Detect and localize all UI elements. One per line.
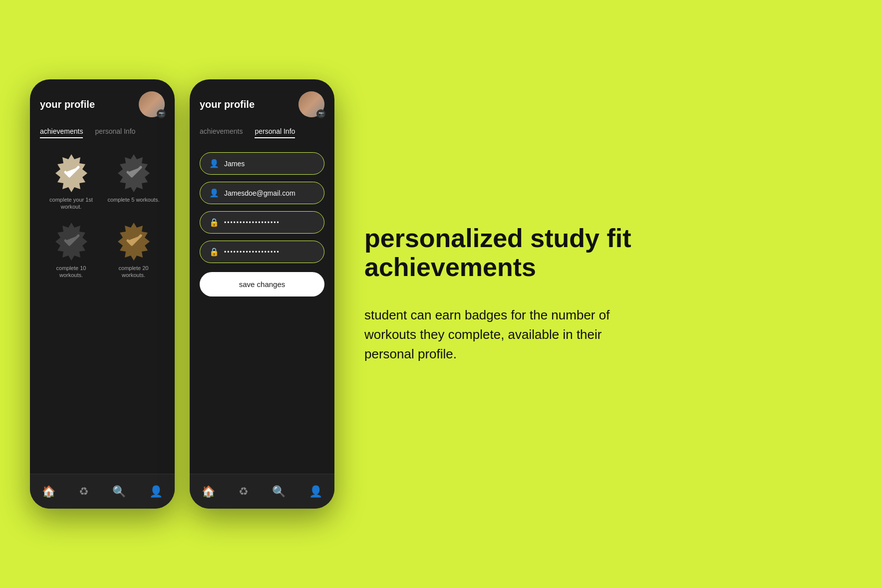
- achievement-3: complete 10 workouts.: [45, 221, 97, 279]
- text-section: personalized study fit achievements stud…: [364, 224, 644, 363]
- person-icon: 👤: [209, 159, 219, 168]
- phone1-tabs: achievements personal Info: [40, 127, 165, 138]
- phones-container: your profile 📷 achievements personal Inf…: [30, 79, 334, 509]
- lock-icon-2: 🔒: [209, 247, 219, 257]
- tab-achievements[interactable]: achievements: [40, 127, 83, 138]
- badge-20-workouts: [114, 221, 154, 261]
- achievement-4: complete 20 workouts.: [107, 221, 160, 279]
- achievement-3-label: complete 10 workouts.: [45, 265, 97, 279]
- nav-search-icon[interactable]: 🔍: [112, 485, 126, 498]
- achievement-2: complete 5 workouts.: [107, 152, 160, 211]
- phone2-title: your profile: [200, 99, 255, 110]
- name-field[interactable]: 👤 James: [200, 152, 324, 175]
- badge-5-workouts: [114, 152, 154, 192]
- nav-person-icon[interactable]: 👤: [149, 485, 163, 498]
- phone2-tab-personal-info[interactable]: personal Info: [255, 127, 295, 138]
- phone2-nav-recycle-icon[interactable]: ♻: [239, 485, 249, 498]
- password-field-1[interactable]: 🔒 ••••••••••••••••••: [200, 211, 324, 234]
- nav-home-icon[interactable]: 🏠: [42, 485, 55, 498]
- phone1-header: your profile 📷: [40, 91, 165, 117]
- form-fields: 👤 James 👤 Jamesdoe@gmail.com 🔒 •••••••••…: [200, 152, 324, 296]
- phone1-nav: 🏠 ♻ 🔍 👤: [30, 474, 175, 509]
- phone2-nav-person-icon[interactable]: 👤: [309, 485, 322, 498]
- password-field-2[interactable]: 🔒 ••••••••••••••••••: [200, 241, 324, 263]
- description: student can earn badges for the number o…: [364, 305, 644, 364]
- badge-1st-workout: [51, 152, 91, 192]
- phone2-tab-achievements[interactable]: achievements: [200, 127, 243, 138]
- password-2-value: ••••••••••••••••••: [224, 249, 280, 256]
- achievement-1-label: complete your 1st workout.: [45, 196, 97, 211]
- phone2-nav-home-icon[interactable]: 🏠: [202, 485, 215, 498]
- headline: personalized study fit achievements: [364, 224, 644, 281]
- camera-icon[interactable]: 📷: [157, 109, 166, 118]
- badge-10-workouts: [51, 221, 91, 261]
- achievement-4-label: complete 20 workouts.: [107, 265, 160, 279]
- phone1-title: your profile: [40, 99, 95, 110]
- nav-recycle-icon[interactable]: ♻: [79, 485, 89, 498]
- avatar-container: 📷: [139, 91, 165, 117]
- phone-personal-info: your profile 📷 achievements personal Inf…: [190, 79, 334, 509]
- lock-icon-1: 🔒: [209, 218, 219, 227]
- phone2-tabs: achievements personal Info: [200, 127, 324, 138]
- phone2-camera-icon[interactable]: 📷: [316, 109, 325, 118]
- email-value: Jamesdoe@gmail.com: [224, 189, 295, 197]
- phone2-nav-search-icon[interactable]: 🔍: [272, 485, 286, 498]
- email-person-icon: 👤: [209, 188, 219, 198]
- achievement-2-label: complete 5 workouts.: [108, 196, 160, 203]
- name-value: James: [224, 160, 245, 168]
- phone2-header: your profile 📷: [200, 91, 324, 117]
- tab-personal-info[interactable]: personal Info: [95, 127, 135, 138]
- phone2-avatar-container: 📷: [298, 91, 324, 117]
- main-container: your profile 📷 achievements personal Inf…: [0, 0, 881, 588]
- password-1-value: ••••••••••••••••••: [224, 219, 280, 226]
- achievement-1: complete your 1st workout.: [45, 152, 97, 211]
- achievements-grid: complete your 1st workout. complete 5 wo…: [40, 152, 165, 279]
- phone2-nav: 🏠 ♻ 🔍 👤: [190, 474, 334, 509]
- email-field[interactable]: 👤 Jamesdoe@gmail.com: [200, 182, 324, 204]
- save-changes-button[interactable]: save changes: [200, 272, 324, 296]
- phone-achievements: your profile 📷 achievements personal Inf…: [30, 79, 175, 509]
